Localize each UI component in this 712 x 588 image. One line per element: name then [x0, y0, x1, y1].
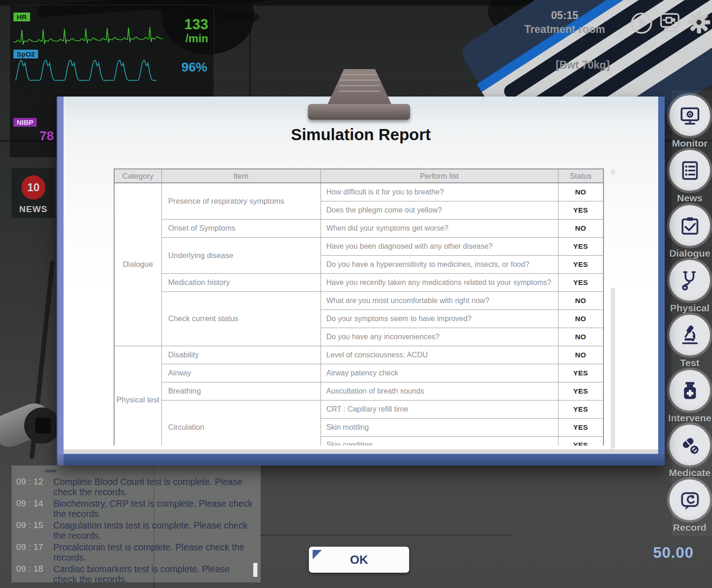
ok-button-label: OK: [350, 553, 368, 567]
item-cell: Circulation: [161, 400, 321, 446]
ok-button[interactable]: OK: [309, 547, 409, 573]
sidebar-item-monitor[interactable]: [669, 95, 710, 136]
perform-cell: Airway patency check: [321, 364, 558, 382]
status-cell: NO: [558, 310, 603, 328]
category-cell: Dialogue: [114, 183, 161, 346]
chat-message: 09 : 18Cardiac biomarkers test is comple…: [13, 564, 259, 582]
perform-cell: Skin condition: [321, 436, 558, 446]
ecg-waveform: [13, 23, 208, 50]
report-row: Physical testDisabilityLevel of consciou…: [114, 346, 603, 364]
report-row: Onset of SymptomsWhen did your symptoms …: [114, 219, 603, 237]
room-info: 05:15 Treatment room: [508, 9, 622, 36]
chat-scrollbar-thumb[interactable]: [253, 563, 257, 577]
simulation-report-modal: Simulation Report CategoryItemPerform li…: [57, 97, 665, 465]
report-table-scroll-area: CategoryItemPerform listStatusDialoguePr…: [114, 168, 605, 446]
item-cell: Onset of Symptoms: [161, 219, 321, 237]
perform-cell: Have you been diagnosed with any other d…: [321, 237, 558, 255]
sidebar-label: Record: [661, 522, 712, 533]
chat-text: Procalcitonin test is complete. Please c…: [53, 542, 253, 562]
status-cell: NO: [558, 219, 603, 237]
hr-unit: /min: [186, 32, 208, 45]
report-row: AirwayAirway patency checkYES: [114, 364, 603, 382]
body-weight-label: [Bwt 70kg]: [556, 59, 609, 71]
settings-button[interactable]: [687, 10, 711, 36]
perform-cell: Do your symptoms seem to have improved?: [321, 310, 558, 328]
sidebar-label: News: [661, 193, 712, 204]
news-icon: [683, 162, 697, 179]
test-icon: [683, 325, 697, 343]
sidebar-label: Dialogue: [661, 248, 712, 259]
item-cell: Presence of respiratory symptoms: [161, 183, 321, 219]
perform-cell: How difficult is it for you to breathe?: [321, 183, 558, 201]
sidebar-label: Physical: [661, 303, 712, 314]
perform-cell: What are you most uncomfortable with rig…: [321, 291, 558, 310]
clipboard-clip-base: [308, 104, 410, 120]
report-row: DialoguePresence of respiratory symptoms…: [114, 183, 603, 201]
report-row: Check current statusWhat are you most un…: [114, 291, 603, 310]
medicate-icon: [681, 437, 698, 453]
nibp-label: NIBP: [13, 118, 37, 127]
sidebar-item-record[interactable]: [669, 479, 710, 520]
sidebar-item-physical[interactable]: [669, 260, 710, 301]
sidebar-item-medicate[interactable]: [669, 425, 710, 465]
report-row: CirculationCRT : Capillary refill timeYE…: [114, 400, 603, 418]
news-count-badge: 10: [21, 175, 45, 200]
chat-text: Cardiac biomarkers test is complete. Ple…: [53, 564, 253, 582]
hr-value: 133: [184, 16, 208, 33]
report-column-header: Perform list: [321, 169, 558, 183]
report-column-header: Status: [558, 169, 603, 183]
status-cell: YES: [558, 436, 603, 446]
clipboard-left-edge: [57, 97, 64, 465]
sidebar-label: Test: [661, 357, 712, 368]
sidebar-item-test[interactable]: [669, 315, 710, 355]
status-cell: NO: [558, 291, 603, 310]
camera-view-button[interactable]: [658, 10, 682, 38]
item-cell: Medication history: [161, 273, 321, 291]
chat-text: Biochemistry, CRP test is complete. Plea…: [53, 498, 253, 519]
chat-log-panel: 09 : 12Complete Blood Count test is comp…: [12, 465, 261, 582]
chat-message: 09 : 12Complete Blood Count test is comp…: [13, 477, 259, 497]
record-icon: [682, 493, 698, 510]
money-display: 50.00: [653, 544, 694, 562]
status-cell: NO: [558, 328, 603, 346]
news-tile[interactable]: 10 NEWS: [12, 168, 55, 218]
status-cell: YES: [558, 201, 603, 219]
perform-cell: Level of consciousness: ACDU: [321, 346, 558, 364]
status-cell: YES: [558, 400, 603, 418]
chat-timestamp: 09 : 18: [13, 564, 48, 582]
equipment-core: [35, 418, 51, 433]
status-cell: NO: [558, 346, 603, 364]
physical-icon: [683, 272, 695, 290]
status-cell: NO: [558, 183, 603, 201]
sidebar-item-intervene[interactable]: [669, 370, 710, 411]
perform-cell: Do you have a hypersensitivity to medici…: [321, 255, 558, 273]
status-cell: YES: [558, 273, 603, 291]
chat-message: 09 : 14Biochemistry, CRP test is complet…: [13, 498, 259, 519]
chat-timestamp: 09 : 12: [13, 477, 48, 497]
report-row: BreathingAuscultation of breath soundsYE…: [114, 382, 603, 400]
item-cell: Check current status: [161, 291, 321, 346]
item-cell: Disability: [161, 346, 321, 364]
status-cell: YES: [558, 382, 603, 400]
hr-label: HR: [13, 13, 30, 21]
table-scrollbar-thumb[interactable]: [611, 288, 615, 449]
play-button[interactable]: [630, 12, 653, 37]
sim-clock: 05:15: [508, 9, 622, 22]
sidebar-item-news[interactable]: [669, 150, 710, 191]
category-cell: Physical test: [114, 346, 161, 446]
report-title: Simulation Report: [64, 125, 658, 144]
pleth-waveform: [13, 53, 208, 84]
perform-cell: Does the phlegm come out yellow?: [321, 201, 558, 219]
sidebar-item-dialogue[interactable]: [669, 205, 710, 246]
table-scrollbar-track: [611, 169, 615, 174]
nibp-value: 78: [39, 129, 54, 143]
sidebar-label: Medicate: [661, 467, 712, 478]
perform-cell: When did your symptoms get worse?: [321, 219, 558, 237]
report-row: Medication historyHave you recently take…: [114, 273, 603, 291]
chat-text: Complete Blood Count test is complete. P…: [53, 477, 253, 497]
dialogue-icon: [682, 217, 697, 233]
sidebar-label: Intervene: [661, 413, 712, 424]
clipped-message-remnant: [45, 470, 56, 472]
chat-text: Coagulation tests test is complete. Plea…: [53, 520, 253, 541]
item-cell: Underlying disease: [161, 237, 321, 273]
